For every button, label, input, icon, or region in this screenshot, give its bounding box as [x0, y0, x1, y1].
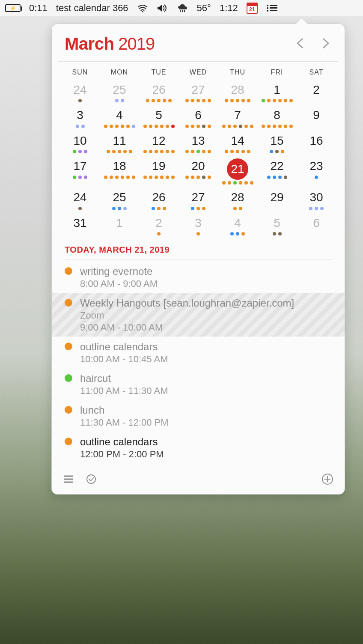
- calendar-day-cell[interactable]: 4: [218, 215, 257, 239]
- event-dot: [289, 99, 293, 102]
- calendar-day-cell[interactable]: 5: [257, 215, 297, 239]
- wifi-icon[interactable]: [137, 4, 148, 12]
- calendar-day-cell[interactable]: 15: [257, 132, 297, 157]
- weather-icon[interactable]: [176, 3, 188, 13]
- event-dots: [100, 232, 139, 236]
- calendar-day-cell[interactable]: 30: [297, 189, 336, 213]
- event-dots: [60, 176, 100, 180]
- calendar-day-cell[interactable]: 23: [297, 158, 336, 188]
- calendar-day-cell[interactable]: 5: [139, 107, 179, 131]
- calendar-day-cell[interactable]: 12: [139, 132, 179, 157]
- year-label: 2019: [118, 34, 155, 54]
- event-item[interactable]: Weekly Hangouts [sean.loughran@zapier.co…: [52, 293, 345, 337]
- next-month-button[interactable]: [319, 35, 332, 53]
- calendar-day-cell[interactable]: 2: [297, 81, 336, 106]
- calendar-day-cell[interactable]: 20: [179, 158, 218, 188]
- calendar-day-cell[interactable]: 7: [218, 107, 257, 131]
- list-icon[interactable]: [266, 4, 277, 12]
- event-dot: [121, 99, 124, 102]
- event-dot: [222, 125, 226, 128]
- calendar-day-cell[interactable]: 8: [257, 107, 297, 131]
- calendar-day-cell[interactable]: 2: [139, 215, 179, 239]
- event-dot: [76, 125, 79, 128]
- event-dot: [112, 207, 116, 210]
- event-dots: [60, 125, 100, 129]
- event-item[interactable]: outline calendars12:00 PM - 2:00 PM: [52, 432, 345, 463]
- prev-month-button[interactable]: [294, 35, 307, 53]
- calendar-day-cell[interactable]: 25: [100, 81, 139, 106]
- event-dot: [244, 125, 248, 128]
- calendar-day-cell[interactable]: 26: [139, 81, 179, 106]
- calendar-day-cell[interactable]: 10: [60, 132, 100, 157]
- calendar-day-cell[interactable]: 6: [179, 107, 218, 131]
- event-dot: [309, 207, 312, 210]
- calendar-day-cell[interactable]: 27: [179, 189, 218, 213]
- calendar-day-cell[interactable]: 3: [60, 107, 100, 131]
- event-item[interactable]: writing evernote8:00 AM - 9:00 AM: [52, 261, 345, 293]
- calendar-day-cell[interactable]: 24: [60, 81, 100, 106]
- event-dot: [273, 232, 276, 236]
- calendar-day-cell[interactable]: 27: [179, 81, 218, 106]
- day-number: 20: [189, 158, 208, 174]
- event-item[interactable]: lunch11:30 AM - 12:00 PM: [52, 400, 345, 432]
- add-event-button[interactable]: [320, 471, 335, 488]
- calendar-day-cell[interactable]: 18: [100, 158, 139, 188]
- calendar-day-cell[interactable]: 3: [179, 215, 218, 239]
- event-dots: [60, 207, 100, 211]
- calendar-day-cell[interactable]: 28: [218, 189, 257, 213]
- calendar-day-cell[interactable]: 31: [60, 215, 100, 239]
- calendar-day-cell[interactable]: 14: [218, 132, 257, 157]
- event-dot: [143, 176, 147, 179]
- event-dots: [179, 207, 218, 211]
- calendar-day-cell[interactable]: 1: [100, 215, 139, 239]
- event-dots: [297, 232, 336, 236]
- temperature: 56°: [197, 3, 211, 14]
- popover-footer: [52, 467, 345, 494]
- event-dot: [185, 176, 189, 179]
- event-dot: [228, 125, 231, 128]
- day-number: 23: [307, 158, 326, 174]
- calendar-day-cell[interactable]: 1: [257, 81, 297, 106]
- event-dot: [225, 150, 228, 153]
- calendar-day-cell[interactable]: 24: [60, 189, 100, 213]
- calendar-day-cell[interactable]: 29: [257, 189, 297, 213]
- menubar: ⚡ 0:11 test calendar 366 56° 1:12 21: [0, 0, 363, 16]
- svg-point-3: [267, 7, 268, 9]
- calendar-day-cell[interactable]: 11: [100, 132, 139, 157]
- event-dots: [139, 150, 179, 154]
- event-dot: [155, 176, 158, 179]
- event-time: 8:00 AM - 9:00 AM: [80, 278, 332, 289]
- volume-icon[interactable]: [157, 4, 168, 12]
- calendar-day-cell[interactable]: 19: [139, 158, 179, 188]
- event-dot: [78, 99, 82, 102]
- event-item[interactable]: haircut11:00 AM - 11:30 AM: [52, 368, 345, 400]
- calendar-day-cell[interactable]: 25: [100, 189, 139, 213]
- calendar-day-cell[interactable]: 4: [100, 107, 139, 131]
- calendar-menubar-icon[interactable]: 21: [247, 3, 258, 14]
- calendar-day-cell[interactable]: 26: [139, 189, 179, 213]
- svg-rect-6: [270, 10, 277, 11]
- calendar-day-cell[interactable]: 28: [218, 81, 257, 106]
- day-of-week-header: SAT: [297, 66, 336, 80]
- event-dots: [257, 207, 297, 211]
- event-dot: [228, 181, 231, 185]
- event-time: 10:00 AM - 10:45 AM: [80, 354, 332, 365]
- event-dot: [191, 150, 194, 153]
- checkmark-button[interactable]: [84, 472, 98, 487]
- event-dot: [118, 207, 121, 210]
- calendar-day-cell[interactable]: 6: [297, 215, 336, 239]
- event-dot: [110, 125, 113, 128]
- event-dot: [202, 176, 205, 179]
- calendar-day-cell[interactable]: 22: [257, 158, 297, 188]
- calendar-day-cell[interactable]: 13: [179, 132, 218, 157]
- calendar-day-cell[interactable]: 21: [218, 158, 257, 188]
- event-dot: [121, 176, 124, 179]
- calendar-day-cell[interactable]: 17: [60, 158, 100, 188]
- calendar-day-cell[interactable]: 16: [297, 132, 336, 157]
- event-item[interactable]: outline calendars10:00 AM - 10:45 AM: [52, 337, 345, 368]
- menu-button[interactable]: [61, 473, 76, 486]
- svg-point-7: [87, 475, 95, 483]
- event-dot: [171, 176, 175, 179]
- calendar-day-cell[interactable]: 9: [297, 107, 336, 131]
- day-number: 3: [71, 107, 89, 123]
